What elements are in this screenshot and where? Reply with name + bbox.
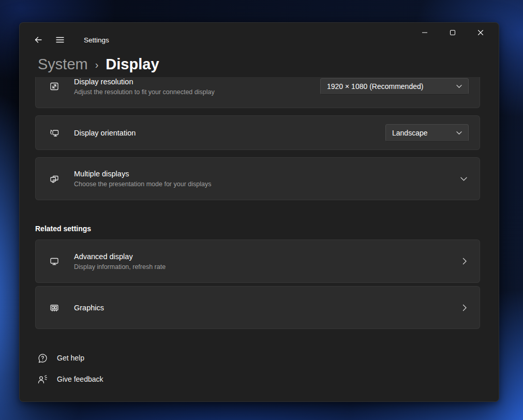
multiple-displays-text: Multiple displays Choose the presentatio… bbox=[74, 169, 211, 188]
multiple-displays-card[interactable]: Multiple displays Choose the presentatio… bbox=[35, 157, 480, 200]
multiple-displays-icon bbox=[49, 174, 59, 184]
titlebar: Settings bbox=[20, 23, 499, 52]
close-button[interactable] bbox=[467, 23, 495, 42]
advanced-display-icon bbox=[49, 256, 59, 266]
breadcrumb-system[interactable]: System bbox=[38, 56, 88, 73]
display-resolution-title: Display resolution bbox=[74, 77, 215, 86]
expander-chevron-down-icon[interactable] bbox=[460, 176, 467, 181]
nav-menu-button[interactable] bbox=[50, 31, 70, 49]
chevron-right-icon bbox=[462, 304, 467, 311]
graphics-text: Graphics bbox=[74, 303, 104, 312]
minimize-icon bbox=[422, 29, 428, 36]
multiple-displays-subtitle: Choose the presentation mode for your di… bbox=[74, 180, 211, 188]
advanced-display-text: Advanced display Display information, re… bbox=[74, 252, 166, 271]
display-orientation-card: Display orientation Landscape bbox=[35, 115, 480, 150]
orientation-dropdown[interactable]: Landscape bbox=[385, 124, 469, 142]
advanced-display-title: Advanced display bbox=[74, 252, 166, 261]
give-feedback-link[interactable]: Give feedback bbox=[37, 372, 480, 386]
app-title: Settings bbox=[84, 36, 109, 44]
display-resolution-card: Display resolution Adjust the resolution… bbox=[35, 77, 480, 108]
breadcrumb: System › Display bbox=[20, 52, 499, 77]
back-button[interactable] bbox=[28, 31, 49, 49]
breadcrumb-display-current: Display bbox=[106, 56, 159, 73]
settings-content: Display resolution Adjust the resolution… bbox=[20, 77, 499, 402]
resolution-dropdown[interactable]: 1920 × 1080 (Recommended) bbox=[320, 78, 469, 95]
get-help-link[interactable]: Get help bbox=[37, 351, 480, 365]
back-arrow-icon bbox=[34, 36, 42, 44]
settings-window: Settings System › Display bbox=[19, 22, 499, 402]
minimize-button[interactable] bbox=[411, 23, 439, 42]
display-orientation-icon bbox=[49, 128, 59, 138]
related-settings-header: Related settings bbox=[35, 224, 480, 233]
graphics-card[interactable]: Graphics bbox=[35, 286, 480, 329]
maximize-button[interactable] bbox=[439, 23, 467, 42]
graphics-title: Graphics bbox=[74, 303, 104, 312]
display-orientation-text: Display orientation bbox=[74, 128, 136, 138]
chevron-down-icon bbox=[456, 84, 462, 88]
advanced-display-subtitle: Display information, refresh rate bbox=[74, 263, 166, 271]
desktop-wallpaper: Settings System › Display bbox=[0, 0, 523, 420]
feedback-icon bbox=[37, 374, 48, 385]
give-feedback-label: Give feedback bbox=[57, 375, 103, 383]
resolution-dropdown-value: 1920 × 1080 (Recommended) bbox=[327, 82, 423, 91]
multiple-displays-title: Multiple displays bbox=[74, 169, 211, 178]
display-orientation-title: Display orientation bbox=[74, 128, 136, 138]
display-resolution-subtitle: Adjust the resolution to fit your connec… bbox=[74, 88, 215, 96]
orientation-dropdown-value: Landscape bbox=[392, 129, 428, 137]
window-controls bbox=[411, 23, 495, 42]
chevron-right-icon bbox=[462, 258, 467, 265]
close-icon bbox=[477, 29, 484, 36]
get-help-label: Get help bbox=[57, 354, 84, 362]
display-resolution-text: Display resolution Adjust the resolution… bbox=[74, 77, 215, 96]
breadcrumb-separator-icon: › bbox=[95, 59, 99, 71]
maximize-icon bbox=[450, 29, 456, 36]
display-resolution-icon bbox=[49, 81, 59, 92]
hamburger-icon bbox=[56, 36, 64, 43]
advanced-display-card[interactable]: Advanced display Display information, re… bbox=[35, 239, 480, 283]
chevron-down-icon bbox=[456, 131, 462, 135]
help-icon bbox=[37, 353, 48, 364]
graphics-icon bbox=[49, 303, 59, 313]
